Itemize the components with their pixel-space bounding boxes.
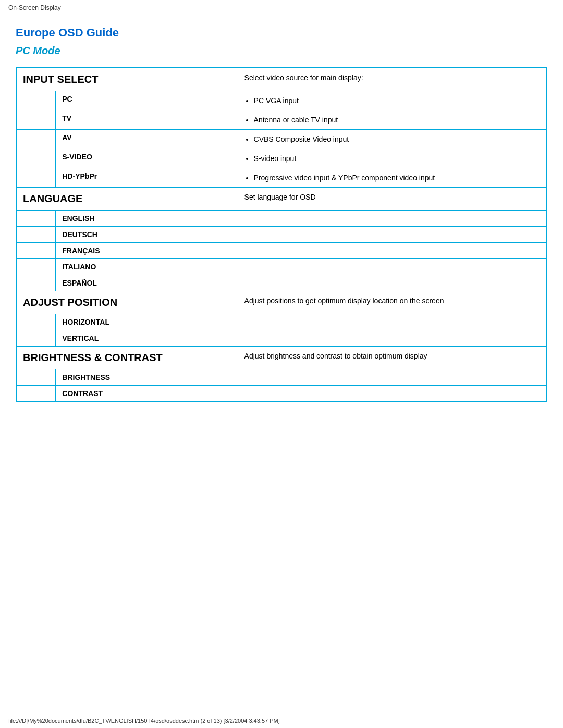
- section-header-row-2: ADJUST POSITIONAdjust positions to get o…: [16, 291, 547, 314]
- empty-cell-2-1: [16, 330, 56, 347]
- main-table: INPUT SELECTSelect video source for main…: [16, 67, 547, 402]
- item-label-1-3: ITALIANO: [56, 259, 237, 275]
- table-row: PCPC VGA input: [16, 91, 547, 110]
- item-detail-3-0: [237, 369, 547, 386]
- item-label-0-1: TV: [56, 110, 237, 130]
- bullet-item: Progressive video input & YPbPr componen…: [254, 174, 540, 182]
- item-detail-2-0: [237, 314, 547, 330]
- empty-cell-3-1: [16, 386, 56, 402]
- empty-cell-2-0: [16, 314, 56, 330]
- empty-cell-0-1: [16, 110, 56, 130]
- item-detail-1-0: [237, 211, 547, 227]
- page-title: Europe OSD Guide: [16, 26, 547, 40]
- empty-cell-0-2: [16, 130, 56, 149]
- item-detail-1-1: [237, 227, 547, 243]
- item-label-3-0: BRIGHTNESS: [56, 369, 237, 386]
- page-subtitle: PC Mode: [16, 45, 547, 57]
- table-row: VERTICAL: [16, 330, 547, 347]
- section-header-0: INPUT SELECT: [16, 68, 237, 91]
- bullet-item: PC VGA input: [254, 96, 540, 105]
- section-description-0: Select video source for main display:: [237, 68, 547, 91]
- item-detail-0-3: S-video input: [237, 149, 547, 168]
- empty-cell-1-0: [16, 211, 56, 227]
- table-row: HORIZONTAL: [16, 314, 547, 330]
- item-label-0-0: PC: [56, 91, 237, 110]
- item-detail-0-1: Antenna or cable TV input: [237, 110, 547, 130]
- item-detail-3-1: [237, 386, 547, 402]
- item-label-0-3: S-VIDEO: [56, 149, 237, 168]
- section-header-1: LANGUAGE: [16, 188, 237, 211]
- bullet-item: Antenna or cable TV input: [254, 116, 540, 124]
- item-detail-0-2: CVBS Composite Video input: [237, 130, 547, 149]
- section-header-row-0: INPUT SELECTSelect video source for main…: [16, 68, 547, 91]
- section-description-3: Adjust brightness and contrast to obtain…: [237, 347, 547, 369]
- empty-cell-1-3: [16, 259, 56, 275]
- top-bar: On-Screen Display: [0, 0, 563, 16]
- item-label-3-1: CONTRAST: [56, 386, 237, 402]
- item-label-2-1: VERTICAL: [56, 330, 237, 347]
- item-detail-1-3: [237, 259, 547, 275]
- item-label-1-2: FRANÇAIS: [56, 243, 237, 259]
- item-label-2-0: HORIZONTAL: [56, 314, 237, 330]
- footer-bar: file:///D|/My%20documents/dfu/B2C_TV/ENG…: [0, 713, 563, 728]
- section-header-3: BRIGHTNESS & CONTRAST: [16, 347, 237, 369]
- top-bar-label: On-Screen Display: [8, 4, 61, 11]
- item-detail-1-2: [237, 243, 547, 259]
- table-row: FRANÇAIS: [16, 243, 547, 259]
- item-label-0-4: HD-YPbPr: [56, 168, 237, 188]
- empty-cell-0-4: [16, 168, 56, 188]
- section-description-2: Adjust positions to get optimum display …: [237, 291, 547, 314]
- table-row: CONTRAST: [16, 386, 547, 402]
- bullet-item: S-video input: [254, 154, 540, 163]
- main-content: Europe OSD Guide PC Mode INPUT SELECTSel…: [0, 16, 563, 434]
- empty-cell-3-0: [16, 369, 56, 386]
- table-row: HD-YPbPrProgressive video input & YPbPr …: [16, 168, 547, 188]
- item-detail-0-0: PC VGA input: [237, 91, 547, 110]
- empty-cell-0-3: [16, 149, 56, 168]
- table-row: BRIGHTNESS: [16, 369, 547, 386]
- section-header-2: ADJUST POSITION: [16, 291, 237, 314]
- empty-cell-1-2: [16, 243, 56, 259]
- empty-cell-1-1: [16, 227, 56, 243]
- table-row: S-VIDEOS-video input: [16, 149, 547, 168]
- section-header-row-1: LANGUAGESet language for OSD: [16, 188, 547, 211]
- empty-cell-1-4: [16, 275, 56, 291]
- table-row: ITALIANO: [16, 259, 547, 275]
- item-label-0-2: AV: [56, 130, 237, 149]
- item-label-1-4: ESPAÑOL: [56, 275, 237, 291]
- table-row: ESPAÑOL: [16, 275, 547, 291]
- table-row: AVCVBS Composite Video input: [16, 130, 547, 149]
- table-row: TVAntenna or cable TV input: [16, 110, 547, 130]
- item-label-1-1: DEUTSCH: [56, 227, 237, 243]
- item-detail-1-4: [237, 275, 547, 291]
- section-description-1: Set language for OSD: [237, 188, 547, 211]
- bullet-item: CVBS Composite Video input: [254, 135, 540, 143]
- table-row: ENGLISH: [16, 211, 547, 227]
- section-header-row-3: BRIGHTNESS & CONTRASTAdjust brightness a…: [16, 347, 547, 369]
- item-detail-0-4: Progressive video input & YPbPr componen…: [237, 168, 547, 188]
- item-detail-2-1: [237, 330, 547, 347]
- item-label-1-0: ENGLISH: [56, 211, 237, 227]
- footer-text: file:///D|/My%20documents/dfu/B2C_TV/ENG…: [8, 718, 280, 724]
- empty-cell-0-0: [16, 91, 56, 110]
- table-row: DEUTSCH: [16, 227, 547, 243]
